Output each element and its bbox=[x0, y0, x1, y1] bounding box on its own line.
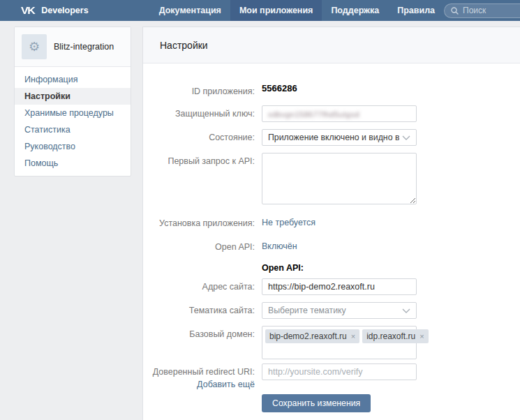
remove-tag-icon[interactable]: × bbox=[419, 333, 424, 340]
open-api-status-link[interactable]: Включён bbox=[262, 239, 297, 251]
row-open-api-heading: Open API: bbox=[143, 262, 520, 273]
row-redirect-uri: Доверенный redirect URI: Добавить ещё bbox=[143, 363, 520, 390]
brand-name: Developers bbox=[41, 6, 88, 15]
row-site-address: Адрес сайта: bbox=[143, 278, 520, 295]
row-state: Состояние: Приложение включено и видно в… bbox=[143, 129, 520, 146]
sidebar-item-guide[interactable]: Руководство bbox=[15, 138, 131, 155]
state-select[interactable]: Приложение включено и видно всем bbox=[262, 129, 417, 146]
row-first-api-request: Первый запрос к API: bbox=[143, 153, 520, 207]
site-theme-label: Тематика сайта: bbox=[143, 302, 255, 316]
sidebar: ⚙ Blitz-integration Информация Настройки… bbox=[14, 27, 131, 177]
app-avatar: ⚙ bbox=[22, 34, 47, 59]
add-more-link[interactable]: Добавить ещё bbox=[197, 377, 255, 390]
settings-panel: Настройки ID приложения: 5566286 Защищен… bbox=[142, 27, 520, 420]
redirect-uri-label: Доверенный redirect URI: bbox=[153, 366, 255, 377]
settings-form: ID приложения: 5566286 Защищенный ключ: … bbox=[143, 63, 520, 412]
save-changes-button[interactable]: Сохранить изменения bbox=[262, 394, 371, 412]
app-id-value: 5566286 bbox=[262, 80, 297, 93]
app-id-label: ID приложения: bbox=[143, 83, 255, 97]
site-address-input[interactable] bbox=[262, 278, 417, 295]
sidebar-item-information[interactable]: Информация bbox=[15, 71, 131, 88]
row-install: Установка приложения: Не требуется bbox=[143, 215, 520, 229]
domain-tag: idp.reaxoft.ru × bbox=[362, 329, 428, 343]
gear-icon: ⚙ bbox=[29, 40, 40, 53]
redirect-uri-input[interactable] bbox=[262, 363, 417, 380]
first-api-request-textarea[interactable] bbox=[262, 153, 417, 204]
sidebar-app-header: ⚙ Blitz-integration bbox=[15, 27, 131, 67]
chevron-down-icon bbox=[402, 135, 410, 140]
domain-tag: bip-demo2.reaxoft.ru × bbox=[265, 329, 359, 343]
panel-header: Настройки bbox=[143, 27, 520, 63]
vk-logo-icon: VK bbox=[21, 4, 34, 16]
secure-key-label: Защищенный ключ: bbox=[143, 105, 255, 119]
first-api-request-label: Первый запрос к API: bbox=[143, 153, 255, 167]
nav-item-documentation[interactable]: Документация bbox=[150, 0, 230, 21]
open-api-section-heading-text: Open API: bbox=[262, 261, 304, 273]
domain-tag-text: idp.reaxoft.ru bbox=[366, 331, 415, 341]
page-title: Настройки bbox=[160, 40, 208, 51]
search-box[interactable] bbox=[444, 3, 520, 18]
row-secure-key: Защищенный ключ: xdbvgn158677fhd5utgsd bbox=[143, 105, 520, 122]
secure-key-field[interactable]: xdbvgn158677fhd5utgsd bbox=[262, 105, 417, 122]
nav-item-my-apps[interactable]: Мои приложения bbox=[230, 0, 322, 21]
site-address-label: Адрес сайта: bbox=[143, 278, 255, 292]
chevron-down-icon bbox=[402, 308, 410, 313]
nav-menu: Документация Мои приложения Поддержка Пр… bbox=[150, 0, 444, 21]
row-site-theme: Тематика сайта: Выберите тематику bbox=[143, 302, 520, 319]
search-icon bbox=[451, 7, 459, 15]
state-selected-value: Приложение включено и видно всем bbox=[268, 133, 399, 142]
brand[interactable]: VK Developers bbox=[0, 0, 89, 21]
top-navbar: VK Developers Документация Мои приложени… bbox=[0, 0, 520, 21]
search-input[interactable] bbox=[463, 6, 520, 15]
sidebar-item-help[interactable]: Помощь bbox=[15, 155, 131, 172]
install-value-link[interactable]: Не требуется bbox=[262, 215, 315, 227]
base-domain-field[interactable]: bip-demo2.reaxoft.ru × idp.reaxoft.ru × bbox=[262, 326, 417, 359]
state-label: Состояние: bbox=[143, 129, 255, 143]
row-open-api-status: Open API: Включён bbox=[143, 239, 520, 253]
nav-item-support[interactable]: Поддержка bbox=[322, 0, 388, 21]
site-theme-placeholder: Выберите тематику bbox=[268, 306, 346, 315]
secure-key-masked-value: xdbvgn158677fhd5utgsd bbox=[268, 110, 359, 119]
nav-item-rules[interactable]: Правила bbox=[388, 0, 444, 21]
row-app-id: ID приложения: 5566286 bbox=[143, 83, 520, 97]
row-save: Сохранить изменения bbox=[143, 394, 520, 412]
sidebar-menu: Информация Настройки Хранимые процедуры … bbox=[15, 67, 131, 176]
open-api-status-label: Open API: bbox=[143, 239, 255, 253]
app-name: Blitz-integration bbox=[54, 42, 114, 52]
base-domain-label: Базовый домен: bbox=[143, 326, 255, 340]
install-label: Установка приложения: bbox=[143, 215, 255, 229]
sidebar-item-stored-procedures[interactable]: Хранимые процедуры bbox=[15, 105, 131, 121]
sidebar-item-settings[interactable]: Настройки bbox=[15, 88, 131, 105]
domain-tag-text: bip-demo2.reaxoft.ru bbox=[269, 331, 347, 341]
remove-tag-icon[interactable]: × bbox=[351, 333, 355, 340]
site-theme-select[interactable]: Выберите тематику bbox=[262, 302, 417, 319]
sidebar-item-statistics[interactable]: Статистика bbox=[15, 121, 131, 138]
row-base-domain: Базовый домен: bip-demo2.reaxoft.ru × id… bbox=[143, 326, 520, 359]
